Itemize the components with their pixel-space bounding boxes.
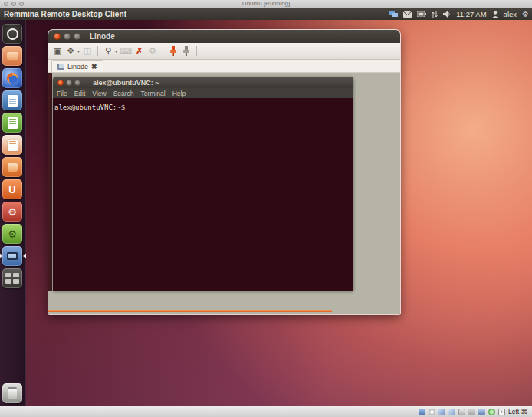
terminal-content[interactable]: alex@ubuntuVNC:~$ [53,98,353,291]
ubuntu-top-panel: Remmina Remote Desktop Client 11:27 AM a… [0,8,532,20]
remmina-titlebar[interactable]: Linode [48,30,400,43]
impress-doc-icon [8,140,18,151]
zoom-dropdown-icon[interactable]: ▾ [115,48,117,54]
launcher-item-dash-home[interactable] [2,24,22,44]
maximize-button[interactable] [74,33,80,40]
focused-indicator-icon [23,254,26,258]
battery-icon[interactable] [417,11,426,17]
menu-search[interactable]: Search [113,90,134,97]
session-gear-icon[interactable]: ⚙ [522,10,529,18]
network-icon[interactable] [389,11,398,18]
launcher-item-libreoffice-writer[interactable] [2,90,22,110]
fullscreen-button[interactable]: ▣ [52,45,63,57]
disconnect-button[interactable] [168,45,179,57]
ubuntu-logo-icon [7,28,18,40]
remmina-toolbar: ▣ ✥ ▾ ◫ ⚲ ▾ ⌨ ✗ ⚙ [48,43,400,60]
harddisk-icon[interactable] [419,409,425,415]
active-app-title[interactable]: Remmina Remote Desktop Client [4,10,126,18]
clock[interactable]: 11:27 AM [456,10,486,18]
launcher-item-home-folder[interactable] [2,46,22,66]
terminal-title: alex@ubuntuVNC: ~ [93,79,159,87]
firefox-icon [7,73,18,84]
plug-icon [169,46,177,56]
unity-launcher: U ⚙ ⚙ [0,20,26,406]
speaker-icon[interactable] [443,11,451,18]
fit-window-dropdown-icon[interactable]: ▾ [77,48,80,54]
remmina-monitor-icon [7,252,18,260]
menu-terminal[interactable]: Terminal [141,90,166,97]
pin-plug-icon [182,46,190,56]
launcher-item-ubuntu-one[interactable]: U [2,179,22,199]
launcher-item-software-center[interactable] [2,157,22,177]
display-icon[interactable] [478,409,485,415]
menu-help[interactable]: Help [172,90,186,97]
virtualbox-vm-screen: Ubuntu [Running] Remmina Remote Desktop … [0,0,532,417]
zoom-button[interactable]: ⚲ [103,45,113,57]
tab-label: Linode [67,63,88,71]
network-adapter-icon[interactable] [468,409,475,415]
virtualbox-statusbar: + Left ⌘ [0,406,532,417]
tab-close-icon[interactable]: ✖ [91,63,97,71]
settings-button[interactable]: ⚙ [147,45,158,57]
shared-folders-icon[interactable] [448,409,455,415]
menu-edit[interactable]: Edit [74,90,86,97]
settings-gear-icon: ⚙ [8,206,17,218]
calc-doc-icon [8,117,18,129]
launcher-item-package-manager[interactable]: ⚙ [2,224,22,244]
grab-keyboard-button[interactable]: ⌨ [120,45,132,57]
terminal-titlebar[interactable]: alex@ubuntuVNC: ~ [53,77,353,88]
menu-file[interactable]: File [57,90,67,97]
software-center-icon [8,163,18,172]
launcher-item-remmina-wrap [0,246,25,266]
cdrom-icon[interactable] [429,409,435,415]
launcher-item-remmina[interactable] [2,246,22,266]
connection-icon [57,64,64,70]
floppy-icon[interactable] [458,409,465,415]
terminal-close-button[interactable] [57,80,64,86]
panel-indicators: 11:27 AM alex ⚙ [389,10,529,18]
host-key-label: Left ⌘ [508,408,527,415]
features-icon[interactable] [488,409,495,415]
tools-button[interactable]: ✗ [134,45,145,57]
user-menu[interactable]: alex [504,10,517,18]
remmina-window-title: Linode [90,32,115,41]
usb-icon[interactable] [438,409,445,415]
toolbar-separator [163,46,163,56]
terminal-window-buttons [57,80,80,86]
host-window-titlebar: Ubuntu [Running] [0,0,532,8]
minimize-button[interactable] [64,33,71,40]
trash-icon [8,387,17,399]
sync-arrows-icon[interactable] [432,11,438,18]
launcher-item-firefox[interactable] [2,68,22,88]
toolbar-separator [196,46,197,56]
host-window-title: Ubuntu [Running] [0,0,532,8]
ubuntu-one-icon: U [8,184,15,195]
launcher-item-workspace-switcher[interactable] [2,268,22,288]
remmina-window-buttons [54,33,80,40]
pin-tray-button[interactable] [181,45,192,57]
vnc-viewport[interactable]: alex@ubuntuVNC: ~ File Edit View Search … [48,73,400,314]
remmina-tabbar: Linode ✖ [48,60,400,73]
shell-prompt: alex@ubuntuVNC:~$ [54,103,125,111]
remote-wallpaper-strip [48,73,52,291]
terminal-minimize-button[interactable] [66,80,72,86]
remote-wallpaper-line-bottom [48,310,332,313]
launcher-item-libreoffice-calc[interactable] [2,113,22,133]
launcher-item-system-settings[interactable]: ⚙ [2,202,22,222]
launcher-item-libreoffice-impress[interactable] [2,135,22,155]
folder-icon [7,52,18,60]
scaled-mode-button[interactable]: ◫ [82,45,93,57]
writer-doc-icon [8,95,18,107]
launcher-item-trash[interactable] [2,383,22,403]
fit-window-button[interactable]: ✥ [65,45,76,57]
toolbar-separator [97,46,98,56]
close-button[interactable] [54,33,61,40]
remmina-window: Linode ▣ ✥ ▾ ◫ ⚲ ▾ ⌨ ✗ ⚙ Linode [48,30,400,314]
tab-linode[interactable]: Linode ✖ [51,60,103,72]
mail-icon[interactable] [403,11,412,18]
terminal-maximize-button[interactable] [74,80,80,86]
remote-terminal-window[interactable]: alex@ubuntuVNC: ~ File Edit View Search … [53,77,353,291]
menu-view[interactable]: View [92,90,106,97]
mouse-integration-icon[interactable]: + [498,409,505,415]
user-icon [492,11,498,18]
